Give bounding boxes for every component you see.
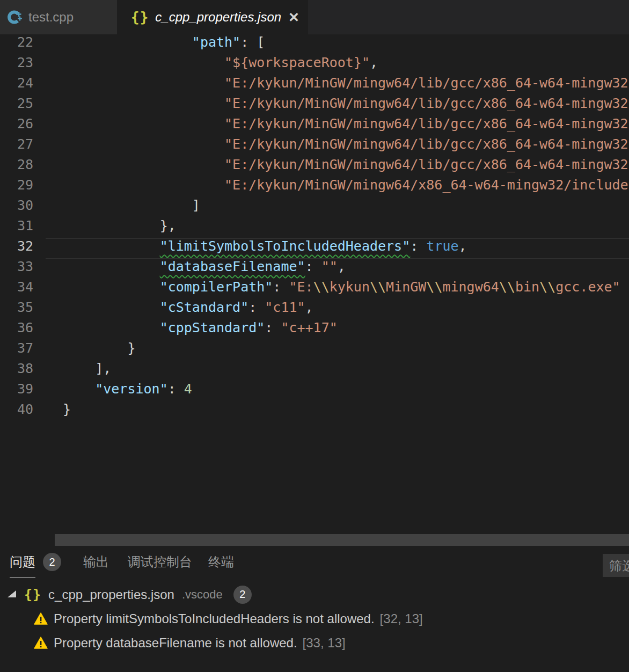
panel-tab-output[interactable]: 输出 <box>83 546 109 578</box>
code-token <box>63 279 160 295</box>
code-token: , <box>370 55 378 70</box>
close-icon[interactable]: ✕ <box>288 10 299 25</box>
line-number: 29 <box>0 177 33 193</box>
code-editor[interactable]: 22 "path": [23 "${workspaceRoot}",24 "E:… <box>0 34 629 546</box>
code-line[interactable]: 30 ] <box>0 198 629 218</box>
code-token: , <box>459 238 467 254</box>
line-number: 40 <box>0 401 33 417</box>
code-line[interactable]: 32 "limitSymbolsToIncludedHeaders": true… <box>0 238 629 259</box>
code-line[interactable]: 26 "E:/kykun/MinGW/mingw64/lib/gcc/x86_6… <box>0 116 629 136</box>
tab-c-cpp-properties-json[interactable]: {} c_cpp_properties.json ✕ <box>117 0 308 34</box>
problems-count-badge: 2 <box>43 553 61 571</box>
code-token: }, <box>160 218 176 233</box>
code-text: "databaseFilename": "", <box>63 259 346 274</box>
code-token: : <box>273 279 289 295</box>
code-token: "" <box>321 259 338 274</box>
code-line[interactable]: 23 "${workspaceRoot}", <box>0 55 629 75</box>
code-line[interactable]: 35 "cStandard": "c11", <box>0 300 629 320</box>
code-text: "version": 4 <box>63 381 192 397</box>
code-line[interactable]: 25 "E:/kykun/MinGW/mingw64/lib/gcc/x86_6… <box>0 96 629 116</box>
code-line[interactable]: 24 "E:/kykun/MinGW/mingw64/lib/gcc/x86_6… <box>0 75 629 96</box>
line-number: 31 <box>0 218 33 233</box>
code-line[interactable]: 39 "version": 4 <box>0 381 629 401</box>
code-token: "${workspaceRoot}" <box>224 55 370 70</box>
code-text: "E:/kykun/MinGW/mingw64/lib/gcc/x86_64-w… <box>63 96 628 111</box>
code-text: "E:/kykun/MinGW/mingw64/lib/gcc/x86_64-w… <box>63 136 628 152</box>
code-token <box>63 381 95 397</box>
code-line[interactable]: 37 } <box>0 340 629 361</box>
code-line[interactable]: 38 ], <box>0 361 629 381</box>
problem-row[interactable]: Property limitSymbolsToIncludedHeaders i… <box>0 607 629 631</box>
code-token <box>63 96 224 111</box>
code-token: "E: <box>289 279 313 295</box>
code-text: "cStandard": "c11", <box>63 300 313 315</box>
code-line[interactable]: 36 "cppStandard": "c++17" <box>0 320 629 340</box>
code-token <box>63 340 127 356</box>
line-number: 30 <box>0 198 33 213</box>
panel-tab-label: 调试控制台 <box>128 553 192 571</box>
code-line[interactable]: 33 "databaseFilename": "", <box>0 259 629 279</box>
warning-icon <box>34 637 48 649</box>
code-line[interactable]: 22 "path": [ <box>0 34 629 55</box>
code-line[interactable]: 28 "E:/kykun/MinGW/mingw64/lib/gcc/x86_6… <box>0 157 629 177</box>
code-text: "E:/kykun/MinGW/mingw64/lib/gcc/x86_64-w… <box>63 75 628 91</box>
code-token: MinGW <box>386 279 426 295</box>
line-number: 39 <box>0 381 33 397</box>
code-token: "E:/kykun/MinGW/mingw64/lib/gcc/x86_64-w… <box>224 75 628 91</box>
panel-tab-debug-console[interactable]: 调试控制台 <box>128 546 192 578</box>
code-text: "${workspaceRoot}", <box>63 55 378 70</box>
code-token: : <box>410 238 426 254</box>
code-token: 4 <box>184 381 192 397</box>
code-token <box>63 157 224 172</box>
code-token: kykun <box>330 279 370 295</box>
code-text: } <box>63 340 135 356</box>
json-file-icon: {} <box>131 9 149 25</box>
problem-location: [32, 13] <box>380 611 423 626</box>
code-text: ], <box>63 361 111 376</box>
line-number: 28 <box>0 157 33 172</box>
squiggle-warning-token: "limitSymbolsToIncludedHeaders" <box>160 238 411 254</box>
code-text: "E:/kykun/MinGW/mingw64/x86_64-w64-mingw… <box>63 177 628 193</box>
code-token: } <box>63 401 71 417</box>
code-text: "cppStandard": "c++17" <box>63 320 338 335</box>
problem-row[interactable]: Property databaseFilename is not allowed… <box>0 631 629 655</box>
code-token <box>63 320 160 335</box>
code-token: \\ <box>370 279 386 295</box>
code-token <box>63 259 160 274</box>
json-file-icon: {} <box>24 587 41 602</box>
problems-filter-input[interactable] <box>603 554 629 577</box>
code-token: : <box>248 300 265 315</box>
code-text: }, <box>63 218 176 233</box>
code-token: "c11" <box>265 300 305 315</box>
code-text: "E:/kykun/MinGW/mingw64/lib/gcc/x86_64-w… <box>63 116 628 132</box>
cpp-file-icon <box>7 10 22 25</box>
code-line[interactable]: 29 "E:/kykun/MinGW/mingw64/x86_64-w64-mi… <box>0 177 629 198</box>
code-token: ] <box>192 198 200 213</box>
line-number: 22 <box>0 34 33 50</box>
code-token: , <box>305 300 313 315</box>
horizontal-scrollbar-thumb[interactable] <box>55 534 629 546</box>
problem-message: Property limitSymbolsToIncludedHeaders i… <box>54 611 375 626</box>
tab-test-cpp[interactable]: test.cpp <box>0 0 117 34</box>
line-number: 37 <box>0 340 33 356</box>
code-token: "version" <box>95 381 167 397</box>
line-number: 25 <box>0 96 33 111</box>
code-token <box>63 218 160 233</box>
code-line[interactable]: 31 }, <box>0 218 629 238</box>
panel-tab-problems[interactable]: 问题 <box>10 546 35 578</box>
code-token <box>63 55 224 70</box>
problems-file-name: c_cpp_properties.json <box>48 587 174 602</box>
code-line[interactable]: 34 "compilerPath": "E:\\kykun\\MinGW\\mi… <box>0 279 629 300</box>
expand-twistie-icon[interactable] <box>8 590 16 597</box>
code-token: "E:/kykun/MinGW/mingw64/lib/gcc/x86_64-w… <box>224 96 628 111</box>
code-token: \\ <box>539 279 555 295</box>
code-line[interactable]: 40} <box>0 401 629 422</box>
line-number: 23 <box>0 55 33 70</box>
line-number: 38 <box>0 361 33 376</box>
code-line[interactable]: 27 "E:/kykun/MinGW/mingw64/lib/gcc/x86_6… <box>0 136 629 157</box>
panel-tab-terminal[interactable]: 终端 <box>208 546 234 578</box>
problems-panel: 问题 2 输出 调试控制台 终端 {} c_cpp_properties.jso… <box>0 546 629 672</box>
code-token: "cppStandard" <box>160 320 265 335</box>
code-token: "E:/kykun/MinGW/mingw64/x86_64-w64-mingw… <box>224 177 628 193</box>
problems-file-row[interactable]: {} c_cpp_properties.json .vscode 2 <box>0 582 629 607</box>
